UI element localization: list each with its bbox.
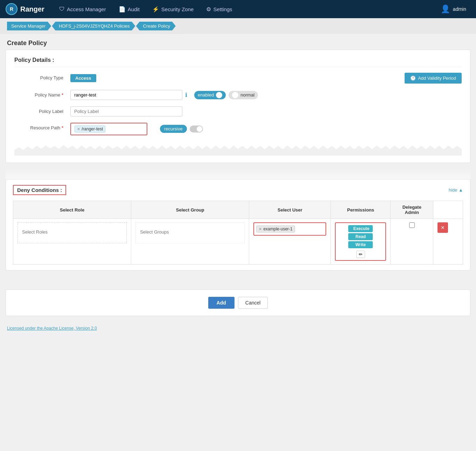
permissions-wrap: Execute Read Write ✏ xyxy=(335,222,386,261)
policy-label-row: Policy Label xyxy=(14,106,462,116)
nav-admin[interactable]: 👤 admin xyxy=(436,5,470,14)
nav-admin-label: admin xyxy=(453,6,466,12)
security-icon: ⚡ xyxy=(152,6,159,13)
policy-label-input[interactable] xyxy=(70,106,182,116)
nav-logo[interactable]: R Ranger xyxy=(6,3,44,15)
required-star: * xyxy=(62,92,63,98)
nav-audit[interactable]: 📄 Audit xyxy=(112,0,146,18)
enabled-toggle-group: enabled normal xyxy=(194,91,258,99)
delete-cell: ✕ xyxy=(433,219,463,265)
normal-toggle[interactable]: normal xyxy=(229,91,258,99)
breadcrumb: Service Manager HDFS_j-2S04VJZ5YQHZ4 Pol… xyxy=(0,18,476,34)
breadcrumb-policies[interactable]: HDFS_j-2S04VJZ5YQHZ4 Policies xyxy=(52,22,135,30)
hide-link[interactable]: hide ▲ xyxy=(449,187,463,193)
policy-type-label: Policy Type xyxy=(14,73,70,80)
nav-settings[interactable]: ⚙ Settings xyxy=(200,0,238,18)
toggle-knob xyxy=(216,92,222,98)
shield-icon: 🛡 xyxy=(59,6,65,12)
breadcrumb-create-policy[interactable]: Create Policy xyxy=(136,22,176,30)
nav-security-zone[interactable]: ⚡ Security Zone xyxy=(146,0,200,18)
policy-details-card: Policy Details : Policy Type Access 🕐 Ad… xyxy=(6,50,470,163)
policy-details-title: Policy Details : xyxy=(14,57,462,67)
perm-read[interactable]: Read xyxy=(348,233,373,240)
deny-conditions-title: Deny Conditions : xyxy=(13,185,66,195)
toggle-knob-normal xyxy=(232,92,238,98)
recursive-toggle[interactable] xyxy=(190,126,203,133)
group-cell xyxy=(131,219,249,265)
permissions-table: Select Role Select Group Select User Per… xyxy=(13,201,463,265)
delegate-admin-checkbox[interactable] xyxy=(409,222,415,228)
table-row: ✕ example-user-1 Execute Read Write ✏ xyxy=(13,219,463,265)
section-gap xyxy=(6,276,470,287)
admin-icon: 👤 xyxy=(441,5,450,14)
col-header-delegate: Delegate Admin xyxy=(391,201,433,219)
tag-remove-icon[interactable]: ✕ xyxy=(77,127,80,131)
resource-path-tag: ✕ /ranger-test xyxy=(75,126,105,133)
nav-security-zone-label: Security Zone xyxy=(161,6,194,12)
breadcrumb-service-manager[interactable]: Service Manager xyxy=(7,22,51,30)
resource-path-label: Resource Path * xyxy=(14,123,70,130)
col-header-permissions: Permissions xyxy=(331,201,391,219)
resource-path-input[interactable]: ✕ /ranger-test xyxy=(70,123,147,135)
footer: Licensed under the Apache License, Versi… xyxy=(0,322,476,335)
select-role-input[interactable] xyxy=(20,225,124,239)
col-header-role: Select Role xyxy=(13,201,131,219)
role-select-wrap xyxy=(18,222,127,243)
delete-row-button[interactable]: ✕ xyxy=(438,222,448,233)
resource-path-row: Resource Path * ✕ /ranger-test recursive xyxy=(14,123,462,135)
nav-audit-label: Audit xyxy=(128,6,140,12)
policy-type-badge: Access xyxy=(70,74,96,82)
user-tag-remove-icon[interactable]: ✕ xyxy=(259,227,262,231)
user-cell: ✕ example-user-1 xyxy=(249,219,331,265)
add-button[interactable]: Add xyxy=(208,297,234,309)
policy-name-label: Policy Name * xyxy=(14,90,70,98)
footer-license-link[interactable]: Licensed under the Apache License, Versi… xyxy=(7,326,97,331)
delegate-admin-cell xyxy=(391,219,433,265)
main-content: Policy Details : Policy Type Access 🕐 Ad… xyxy=(0,50,476,322)
enabled-toggle[interactable]: enabled xyxy=(194,91,226,99)
policy-name-row: Policy Name * ℹ enabled normal xyxy=(14,90,462,100)
nav-access-manager-label: Access Manager xyxy=(67,6,106,12)
permissions-cell: Execute Read Write ✏ xyxy=(331,219,391,265)
clock-icon: 🕐 xyxy=(410,76,416,81)
audit-icon: 📄 xyxy=(119,6,126,13)
page-title: Create Policy xyxy=(0,34,476,50)
deny-conditions-section: Deny Conditions : hide ▲ Select Role Sel… xyxy=(6,179,470,271)
nav-access-manager[interactable]: 🛡 Access Manager xyxy=(53,0,112,18)
col-header-user: Select User xyxy=(249,201,331,219)
select-user-wrap[interactable]: ✕ example-user-1 xyxy=(253,222,326,236)
policy-name-input[interactable] xyxy=(70,90,182,100)
policy-label-label: Policy Label xyxy=(14,106,70,114)
nav-bar: R Ranger 🛡 Access Manager 📄 Audit ⚡ Secu… xyxy=(0,0,476,18)
recursive-toggle-wrap: recursive xyxy=(160,125,203,133)
cancel-button[interactable]: Cancel xyxy=(238,297,268,309)
col-header-group: Select Group xyxy=(131,201,249,219)
perm-write[interactable]: Write xyxy=(348,241,373,248)
group-select-wrap xyxy=(135,222,245,243)
policy-type-row: Policy Type Access 🕐 Add Validity Period xyxy=(14,73,462,84)
perm-execute[interactable]: Execute xyxy=(348,225,373,232)
deny-conditions-header: Deny Conditions : hide ▲ xyxy=(13,185,463,195)
recursive-label: recursive xyxy=(160,125,187,133)
nav-logo-text: Ranger xyxy=(20,5,44,13)
settings-icon: ⚙ xyxy=(206,6,211,13)
permissions-edit-button[interactable]: ✏ xyxy=(356,251,365,258)
scroll-gap xyxy=(6,169,470,179)
info-icon: ℹ xyxy=(185,92,187,98)
add-validity-button[interactable]: 🕐 Add Validity Period xyxy=(405,73,462,84)
user-tag: ✕ example-user-1 xyxy=(256,226,295,232)
form-actions-card: Add Cancel xyxy=(6,289,470,316)
select-group-input[interactable] xyxy=(138,225,242,239)
torn-bottom-decorator xyxy=(14,142,462,156)
nav-settings-label: Settings xyxy=(213,6,232,12)
role-cell xyxy=(13,219,131,265)
ranger-logo-icon: R xyxy=(6,3,18,15)
